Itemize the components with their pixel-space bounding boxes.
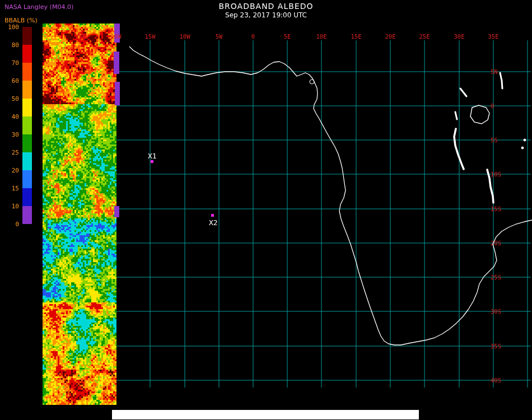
lon-label: 10W [180, 33, 191, 40]
colorbar-tick-label: 100 [2, 24, 19, 31]
nasa-langley-version-label: NASA Langley (M04.0) [4, 3, 73, 11]
bioko-island [310, 80, 314, 84]
colorbar-segment [22, 45, 32, 63]
lon-label: 25W [76, 33, 87, 40]
zanzibar-island [521, 147, 524, 149]
colorbar-tick-label: 60 [2, 77, 19, 85]
lake-tanganyika [454, 129, 464, 169]
lon-label: 15E [351, 33, 362, 40]
colorbar-segment [22, 134, 32, 152]
lat-label: 15S [491, 206, 501, 212]
colorbar-tick-label: 70 [2, 59, 19, 67]
lat-label: 10S [491, 171, 501, 178]
map-overlay-layer: 25W20W15W10W5W05E10E15E20E25E30E35E5N05S… [0, 0, 532, 420]
lon-label: 10E [316, 33, 327, 40]
lat-label: 20S [491, 240, 501, 246]
lat-label: 5S [491, 137, 498, 143]
lon-label: 20E [385, 33, 396, 40]
colorbar-segment [22, 152, 32, 170]
colorbar-segment [22, 188, 32, 206]
colorbar-tick-label: 30 [2, 131, 19, 138]
marker-dot [151, 160, 153, 163]
colorbar-segment [22, 116, 32, 134]
colorbar-segment [22, 63, 32, 81]
lon-label: 0 [251, 33, 255, 40]
chart-timestamp: Sep 23, 2017 19:00 UTC [0, 11, 532, 19]
colorbar-tick-label: 20 [2, 167, 19, 174]
lon-label: 35E [488, 33, 499, 40]
colorbar [22, 27, 32, 224]
colorbar-segment [22, 27, 32, 45]
colorbar-segment [22, 99, 32, 116]
colorbar-segment [22, 81, 32, 99]
pemba-island [524, 139, 526, 141]
colorbar-tick-label: 10 [2, 203, 19, 210]
lon-label: 30E [454, 33, 465, 40]
lake-victoria [470, 105, 489, 124]
colorbar-tick-label: 80 [2, 41, 19, 49]
lat-label: 0 [491, 102, 494, 109]
lake-albert [460, 88, 466, 96]
lon-label: 5E [284, 33, 291, 40]
lat-label: 30S [491, 308, 501, 315]
lon-label: 15W [145, 33, 156, 40]
colorbar-tick-label: 50 [2, 95, 19, 102]
lat-label: 40S [491, 377, 501, 384]
colorbar-tick-label: 0 [2, 221, 19, 228]
lake-turkana [500, 73, 502, 88]
colorbar-tick-label: 25 [2, 149, 19, 156]
africa-coastline [129, 46, 532, 345]
colorbar-segment [22, 170, 32, 188]
lon-label: 5W [216, 33, 223, 40]
marker-label: X2 [209, 218, 218, 227]
albedo-map-viewer: 25W20W15W10W5W05E10E15E20E25E30E35E5N05S… [0, 0, 532, 420]
colorbar-segment [22, 206, 32, 224]
chart-title: BROADBAND ALBEDO [0, 2, 532, 11]
lon-label: 25E [419, 33, 430, 40]
colorbar-tick-label: 15 [2, 185, 19, 192]
colorbar-tick-label: 40 [2, 113, 19, 120]
status-bar: MT10 BROADBAND ALBEDO SEP 23, 2017 19:00… [112, 410, 419, 419]
marker-label: X1 [148, 152, 157, 160]
lon-label: 20W [111, 33, 122, 40]
lake-edward-kivu [455, 112, 457, 119]
lat-label: 35S [491, 343, 501, 349]
lat-label: 5N [491, 68, 498, 75]
marker-dot [211, 214, 214, 217]
lat-label: 25S [491, 274, 501, 281]
